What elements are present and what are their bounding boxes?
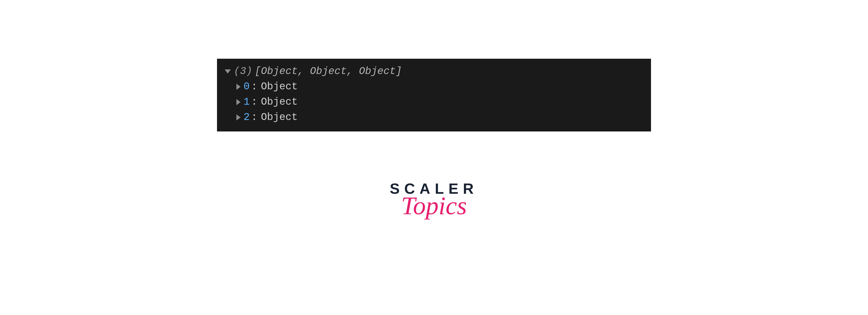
console-item-row[interactable]: 0: Object [225, 79, 643, 94]
console-output-panel: (3) [Object, Object, Object] 0: Object 1… [217, 59, 651, 131]
array-index: 1 [244, 94, 250, 110]
array-preview: [Object, Object, Object] [255, 64, 402, 79]
colon-separator: : [251, 79, 257, 94]
colon-separator: : [251, 110, 257, 125]
array-value: Object [261, 94, 298, 110]
array-index: 2 [244, 110, 250, 125]
logo-text-topics: Topics [401, 191, 467, 220]
array-value: Object [261, 110, 298, 125]
console-item-row[interactable]: 1: Object [225, 94, 643, 110]
console-item-row[interactable]: 2: Object [225, 110, 643, 125]
console-root-row[interactable]: (3) [Object, Object, Object] [225, 64, 643, 79]
chevron-down-icon[interactable] [225, 69, 231, 73]
chevron-right-icon[interactable] [237, 114, 241, 121]
array-index: 0 [244, 79, 250, 94]
brand-logo: SCALER Topics [390, 180, 478, 220]
array-count: (3) [234, 64, 252, 79]
array-value: Object [261, 79, 298, 94]
chevron-right-icon[interactable] [237, 84, 241, 90]
colon-separator: : [251, 94, 257, 110]
chevron-right-icon[interactable] [237, 99, 241, 105]
